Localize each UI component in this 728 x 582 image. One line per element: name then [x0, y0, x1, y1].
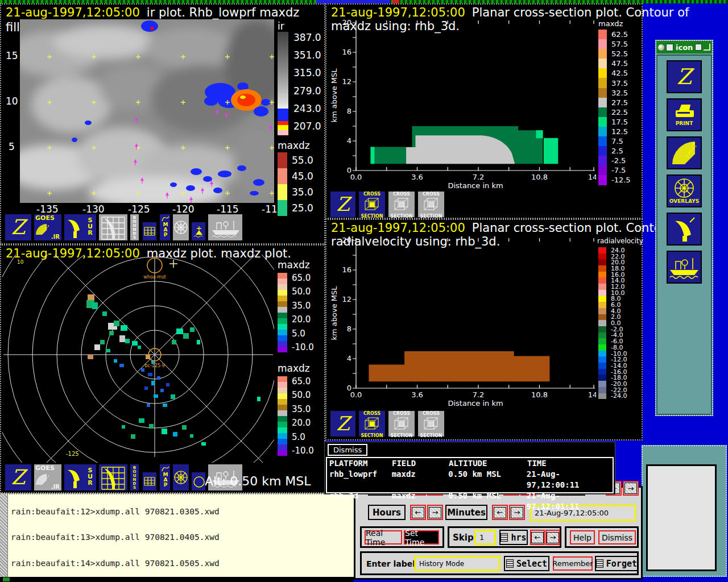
cross-section-button[interactable]: CROSS SECTION	[417, 410, 445, 437]
sidebar-print-button[interactable]: PRINT	[667, 98, 702, 131]
skip-back-button[interactable]: ←	[530, 530, 545, 545]
goes-ir-button[interactable]: GOES .IR	[34, 214, 62, 241]
goes-ir-label: .IR	[51, 484, 60, 490]
skip-value-field[interactable]: 1	[474, 530, 496, 545]
window-knob-icon[interactable]	[658, 44, 664, 51]
mini-grid-button[interactable]	[142, 222, 157, 241]
circle-button[interactable]	[191, 472, 206, 491]
zeb-menu-button[interactable]: Z	[330, 410, 356, 437]
overlays-button[interactable]	[172, 214, 189, 241]
cell-platform: rhb_lowprf	[329, 469, 392, 490]
window-menu-icon[interactable]	[666, 44, 673, 51]
colorbar-label: 65.0	[292, 376, 314, 386]
svg-text:8: 8	[347, 107, 351, 115]
real-time-button[interactable]: Real Time	[365, 530, 402, 544]
label-input-field[interactable]: History Mode	[414, 556, 500, 571]
svg-text:Distance in km: Distance in km	[448, 399, 503, 408]
skip-forward-button[interactable]: →	[545, 530, 560, 545]
map-button[interactable]: MAP	[159, 214, 171, 241]
terminal-scrollbar[interactable]	[0, 494, 8, 577]
colorbar-label: 279.0	[293, 85, 321, 97]
buoy-button[interactable]	[191, 222, 206, 241]
sidebar-radar-button[interactable]	[667, 213, 702, 246]
radar-colorbar1: 65.050.035.020.05.0-10.0	[278, 273, 314, 352]
colorbar-swatch	[278, 450, 287, 456]
ir-satellite-image[interactable]	[20, 19, 274, 203]
table-row[interactable]: rhb_lowprf maxdz 0.50 km MSL 21-Aug-97,1…	[327, 469, 613, 490]
cross-section-button[interactable]: CROSS SECTION	[388, 410, 415, 437]
overlays-button[interactable]	[172, 464, 189, 491]
colorbar-swatch	[598, 277, 606, 284]
cross-section-button[interactable]: CROSS SECTION	[388, 191, 415, 218]
cross-section-button-active[interactable]: CROSS SECTION	[358, 191, 386, 218]
cross-section-button-active[interactable]: CROSS SECTION	[358, 410, 386, 437]
year-forward-button[interactable]: →	[623, 481, 639, 496]
terminal-text[interactable]: rain:beaufait:12>xdump.all 970821.0305.x…	[11, 493, 220, 577]
svg-text:7.2: 7.2	[473, 390, 485, 399]
svg-text:-125: -125	[66, 451, 79, 457]
xsec1-plot[interactable]: 20 16 12 8 4 0 0.0 3.6 7.2 10.8 14 Dista…	[328, 16, 596, 191]
sidebar-zeb-button[interactable]: Z	[667, 60, 702, 93]
col-time: TIME	[527, 458, 547, 469]
goes-ir-button[interactable]: GOES .IR	[34, 464, 62, 491]
window-resize-icon[interactable]	[704, 44, 710, 51]
sidebar-overlays-button[interactable]: OVERLAYS	[667, 174, 702, 207]
zeb-menu-button[interactable]: Z	[330, 191, 356, 218]
zeb-menu-button[interactable]: Z	[5, 214, 32, 241]
dismiss-button[interactable]: Dismiss	[328, 444, 367, 456]
dismiss-button[interactable]: Dismiss	[598, 530, 636, 544]
colorbar-swatch	[598, 351, 606, 357]
radar-ppi-display[interactable]: whoa-mst bc-125-9 10 -125	[2, 255, 274, 463]
colorbar-entry: 27.5	[598, 98, 631, 107]
ship-button[interactable]	[208, 214, 243, 241]
colorbar-label: 55.0	[292, 155, 313, 166]
mini-grid-button[interactable]	[142, 472, 157, 491]
help-dismiss-group: Help Dismiss	[565, 526, 639, 548]
colorbar-label: 45.0	[292, 171, 313, 182]
select-button[interactable]: Select	[504, 556, 549, 571]
menu-marker-icon	[500, 533, 508, 542]
zeb-menu-button[interactable]: Z	[5, 464, 32, 491]
menu-marker-icon	[596, 559, 603, 568]
radar-plot-window: 21-aug-1997,12:05:00maxdz plot. maxdz pl…	[0, 244, 325, 493]
window-iconify-icon[interactable]	[695, 44, 702, 51]
sidebar-ship-button[interactable]	[667, 251, 702, 284]
colorbar-label: 27.5	[611, 98, 628, 107]
sur-label: SUR	[87, 467, 93, 486]
colorbar-swatch	[598, 326, 606, 332]
colorbar-swatch	[598, 369, 606, 375]
sur-radar-button[interactable]: SUR	[64, 464, 97, 491]
remember-button[interactable]: Remember	[553, 556, 593, 571]
sidebar-titlebar[interactable]: icon	[656, 41, 712, 53]
colorbar-swatch	[598, 165, 607, 175]
sidebar-satellite-button[interactable]	[667, 136, 702, 169]
skip-units-button[interactable]: hrs	[499, 530, 528, 545]
grid-radar-button[interactable]	[98, 214, 128, 241]
ir-plot-window: 21-aug-1997,12:05:00ir plot. Rhb_lowprf …	[0, 3, 325, 244]
hrs-label: hrs	[511, 533, 526, 543]
help-button[interactable]: Help	[570, 530, 595, 544]
bounds-button[interactable]: BOUNDS	[130, 214, 139, 241]
cross-label: CROSS	[359, 411, 385, 416]
grid-radar-icon	[101, 216, 126, 240]
colorbar-swatch	[278, 184, 287, 200]
colorbar-swatch	[598, 68, 607, 78]
zeb-logo: Z	[677, 64, 692, 89]
section-label: SECTION	[418, 433, 444, 438]
terminal-resize-grip[interactable]	[3, 577, 10, 581]
table-row[interactable]: rhb_3d maxdz 0.50 km MSL 21-Aug-97,12:01…	[327, 490, 613, 512]
map-button[interactable]: MAP	[159, 464, 171, 491]
cross-section-button[interactable]: CROSS SECTION	[417, 191, 445, 218]
set-time-button[interactable]: Set Time	[404, 530, 439, 544]
bounds-button[interactable]: BOUNDS	[130, 464, 139, 491]
xsec2-plot[interactable]: 20 16 12 8 4 0 0.0 3.6 7.2 10.8 14 Dista…	[328, 234, 596, 409]
mini-grid-icon	[144, 227, 155, 236]
forget-button[interactable]: Forget	[595, 556, 638, 571]
colorbar-swatch	[598, 253, 606, 260]
grid-radar-button[interactable]	[98, 464, 128, 491]
colorbar-swatch	[278, 152, 287, 168]
satellite-icon	[35, 473, 50, 486]
bottom-right-window	[642, 445, 727, 577]
sur-radar-button[interactable]: SUR	[64, 214, 97, 241]
colorbar-swatch	[598, 290, 606, 296]
